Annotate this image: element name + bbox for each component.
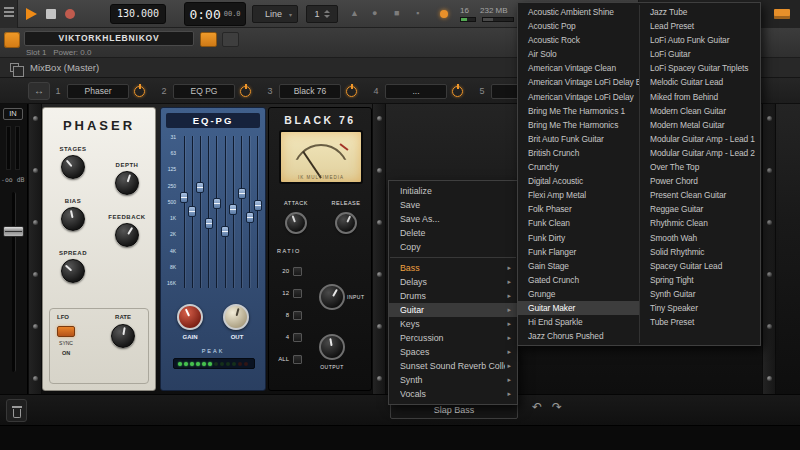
eq-band-slider[interactable] (247, 134, 253, 290)
slider-cap[interactable] (213, 198, 221, 209)
knob-dial[interactable] (61, 207, 85, 231)
menu-item[interactable]: Delete (389, 226, 517, 240)
eq-band-slider[interactable] (197, 134, 203, 290)
submenu-item[interactable]: Gated Crunch (518, 273, 639, 287)
record-button[interactable] (65, 9, 75, 19)
menu-category-item[interactable]: Keys ▸ (389, 317, 517, 331)
power-icon[interactable] (346, 86, 357, 97)
menu-category-item[interactable]: Spaces ▸ (389, 345, 517, 359)
submenu-item[interactable]: Acoustic Ambient Shine (518, 5, 639, 19)
power-icon[interactable] (452, 86, 463, 97)
slider-cap[interactable] (205, 218, 213, 229)
typing-keyboard-icon[interactable] (774, 9, 790, 19)
submenu-item[interactable]: Guitar Maker (518, 301, 639, 315)
slider-cap[interactable] (221, 226, 229, 237)
submenu-item[interactable]: Tiny Speaker (640, 301, 760, 315)
output-knob[interactable] (319, 334, 345, 360)
menu-category-item[interactable]: Delays ▸ (389, 275, 517, 289)
submenu-item[interactable]: Air Solo (518, 47, 639, 61)
loop-record-icon[interactable]: ▪ (416, 8, 419, 18)
submenu-item[interactable]: LoFi Guitar (640, 47, 760, 61)
main-menu-button[interactable] (0, 0, 18, 28)
submenu-item[interactable]: Spring Tight (640, 273, 760, 287)
menu-item[interactable]: Save (389, 198, 517, 212)
ratio-button[interactable] (293, 311, 302, 320)
submenu-item[interactable]: Hi End Sparkle (518, 315, 639, 329)
slider-cap[interactable] (180, 192, 188, 203)
submenu-item[interactable]: LoFi Auto Funk Guitar (640, 33, 760, 47)
submenu-item[interactable]: British Crunch (518, 146, 639, 160)
submenu-item[interactable]: Digital Acoustic (518, 174, 639, 188)
power-icon[interactable] (240, 86, 251, 97)
submenu-item[interactable]: Grunge (518, 287, 639, 301)
submenu-item[interactable]: Flexi Amp Metal (518, 188, 639, 202)
window-detach-icon[interactable] (10, 63, 19, 72)
submenu-item[interactable]: Funk Clean (518, 216, 639, 230)
submenu-item[interactable]: Bring Me The Harmonics (518, 118, 639, 132)
rate-knob[interactable] (111, 324, 135, 348)
eq-band-slider[interactable] (230, 134, 236, 290)
pattern-selector[interactable]: 1 (306, 5, 338, 23)
submenu-item[interactable]: Lead Preset (640, 19, 760, 33)
submenu-item[interactable]: Power Chord (640, 174, 760, 188)
slider-cap[interactable] (246, 212, 254, 223)
wrapper-settings-button[interactable] (200, 32, 217, 47)
wrapper-menu-button[interactable] (222, 32, 239, 47)
submenu-item[interactable]: Melodic Guitar Lead (640, 75, 760, 89)
eq-gain-knob[interactable] (177, 304, 203, 330)
submenu-item[interactable]: American Vintage LoFi Delay (518, 90, 639, 104)
submenu-item[interactable]: Modular Guitar Amp - Lead 1 (640, 132, 760, 146)
knob-dial[interactable] (115, 223, 139, 247)
channel-icon[interactable] (4, 32, 20, 48)
knob-dial[interactable] (61, 259, 85, 283)
submenu-item[interactable]: Gain Stage (518, 259, 639, 273)
eq-band-slider[interactable] (239, 134, 245, 290)
eq-band-slider[interactable] (206, 134, 212, 290)
submenu-item[interactable]: Smooth Wah (640, 231, 760, 245)
menu-category-item[interactable]: Guitar ▸ (389, 303, 517, 317)
submenu-item[interactable]: Funk Flanger (518, 245, 639, 259)
time-display[interactable]: 0:00 00.0 (184, 2, 246, 26)
menu-category-item[interactable]: Drums ▸ (389, 289, 517, 303)
ratio-button[interactable] (293, 333, 302, 342)
submenu-item[interactable]: Modern Metal Guitar (640, 118, 760, 132)
submenu-item[interactable]: American Vintage LoFi Delay B (518, 75, 639, 89)
submenu-item[interactable]: Jazz Tube (640, 5, 760, 19)
input-gain-fader[interactable] (3, 226, 24, 237)
slot-name-box[interactable]: Phaser (67, 84, 129, 99)
submenu-item[interactable]: Funk Dirty (518, 231, 639, 245)
knob-dial[interactable] (61, 155, 85, 179)
power-icon[interactable] (134, 86, 145, 97)
slot-name-box[interactable]: Black 76 (279, 84, 341, 99)
menu-category-item[interactable]: Synth ▸ (389, 373, 517, 387)
slot-name-box[interactable]: EQ PG (173, 84, 235, 99)
slider-cap[interactable] (238, 188, 246, 199)
eq-band-slider[interactable] (181, 134, 187, 290)
submenu-item[interactable]: Acoustic Pop (518, 19, 639, 33)
submenu-item[interactable]: Tube Preset (640, 315, 760, 329)
submenu-item[interactable]: Modular Guitar Amp - Lead 2 (640, 146, 760, 160)
submenu-item[interactable]: Over The Top (640, 160, 760, 174)
ratio-button[interactable] (293, 355, 302, 364)
menu-category-item[interactable]: Percussion ▸ (389, 331, 517, 345)
submenu-item[interactable]: Acoustic Rock (518, 33, 639, 47)
eq-band-slider[interactable] (255, 134, 261, 290)
menu-item[interactable]: Initialize (389, 184, 517, 198)
menu-item[interactable]: Save As... (389, 212, 517, 226)
submenu-item[interactable]: LoFi Spacey Guitar Triplets (640, 61, 760, 75)
stop-button[interactable] (46, 9, 56, 19)
attack-knob[interactable] (285, 212, 307, 234)
slider-cap[interactable] (188, 206, 196, 217)
serial-parallel-button[interactable]: ↔ (28, 82, 50, 100)
tempo-display[interactable]: 130.000 (110, 4, 166, 24)
menu-category-item[interactable]: Sunset Sound Reverb Collection ▸ (389, 359, 517, 373)
submenu-item[interactable]: Crunchy (518, 160, 639, 174)
submenu-item[interactable]: Synth Guitar (640, 287, 760, 301)
menu-category-item[interactable]: Vocals ▸ (389, 387, 517, 401)
redo-button[interactable]: ↷ (552, 400, 562, 414)
submenu-item[interactable]: Present Clean Guitar (640, 188, 760, 202)
wait-icon[interactable]: ● (372, 8, 377, 18)
eq-out-knob[interactable] (223, 304, 249, 330)
submenu-item[interactable]: Spacey Guitar Lead (640, 259, 760, 273)
submenu-item[interactable]: Bring Me The Harmonics 1 (518, 104, 639, 118)
